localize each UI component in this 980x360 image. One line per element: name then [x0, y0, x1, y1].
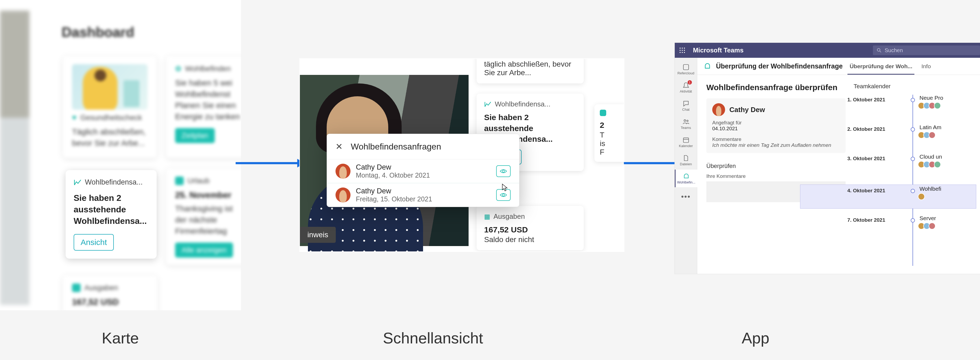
rail-wohlbefinden[interactable]: Wohlbefin...: [675, 170, 697, 187]
app-main: Wohlbefindensanfrage überprüfen Cathy De…: [697, 75, 980, 274]
request-name: Cathy Dew: [356, 163, 491, 171]
ansicht-button[interactable]: Ansicht: [74, 234, 114, 251]
app-icon: [704, 63, 711, 70]
svg-rect-20: [683, 138, 689, 142]
card-body: Thanksgiving ist der nächste Firmenfeier…: [175, 203, 241, 237]
cal-event[interactable]: Neue Pro: [920, 95, 976, 109]
view-button[interactable]: [496, 165, 511, 177]
app-header: Überprüfung der Wohlbefindensanfrage Übe…: [697, 58, 980, 75]
card-title: Wohlbefinden: [185, 65, 231, 73]
svg-point-14: [684, 52, 685, 53]
svg-point-11: [684, 50, 685, 51]
svg-point-7: [682, 48, 683, 49]
cal-event[interactable]: Cloud un: [920, 154, 976, 168]
cal-date: 4. Oktober 2021: [832, 188, 885, 193]
review-heading: Überprüfen: [706, 163, 846, 170]
avatar: [712, 103, 725, 116]
card-wohlbefinden[interactable]: ✿Wohlbefinden Sie haben 5 wei Wohlbefind…: [166, 56, 241, 158]
svg-point-13: [682, 52, 683, 53]
cal-event[interactable]: Wohlbefi: [920, 186, 976, 200]
chart-icon: [484, 101, 492, 107]
label-schnellansicht: Schnellansicht: [383, 329, 483, 347]
request-row[interactable]: Cathy Dew Montag, 4. Oktober 2021: [327, 159, 519, 183]
urlaub-date: 25. November: [175, 189, 241, 201]
search-placeholder: Suchen: [885, 48, 903, 54]
hint-pill: inweis: [300, 227, 336, 243]
money-icon: ▦: [484, 213, 490, 220]
card-ausgaben[interactable]: Ausgaben 167,52 USD: [63, 276, 157, 310]
comments-value: Ich möchte mir einen Tag Zeit zum Auflad…: [712, 142, 840, 148]
request-card: Cathy Dew Angefragt für 04.10.2021 Komme…: [706, 98, 846, 153]
zeitplan-button[interactable]: Zeitplan: [175, 128, 215, 143]
svg-point-3: [502, 194, 504, 196]
request-row[interactable]: Cathy Dew Freitag, 15. Oktober 2021: [327, 183, 519, 207]
cal-event[interactable]: Latin Am: [920, 124, 976, 138]
calendar-icon: [600, 109, 606, 116]
svg-point-2: [502, 170, 504, 172]
card-body: Täglich abschließen, bevor Sie zur Arbe.…: [72, 126, 148, 149]
cursor-icon: [501, 184, 508, 192]
stage-schnellansicht: inweis täglich abschließen, bevor Sie zu…: [300, 59, 624, 251]
ausgaben-value: 167,52 USD: [72, 297, 148, 308]
svg-point-8: [684, 48, 685, 49]
rail-aktivitaet[interactable]: 1Aktivität: [675, 79, 697, 96]
ausgaben-value: 167,52 USD: [484, 224, 576, 235]
card-body: Sie haben 2 ausstehende Wohlbefindensa..…: [74, 192, 149, 227]
alle-anzeigen-button[interactable]: Alle anzeigen: [175, 243, 233, 258]
karte-side-photo: [0, 11, 29, 305]
card-wohlbefindensanfragen-focused[interactable]: Wohlbefindensa... Sie haben 2 ausstehend…: [65, 170, 157, 259]
card-title: Gesundheitscheck: [80, 113, 142, 122]
search-input[interactable]: Suchen: [873, 46, 980, 55]
app-rail: Refercloud 1Aktivität Chat Teams Kalende…: [675, 58, 697, 274]
stage-karte: Dashboard ♥Gesundheitscheck Täglich absc…: [0, 0, 241, 310]
product-name: Microsoft Teams: [693, 46, 744, 54]
popup-title: Wohlbefindensanfragen: [351, 142, 441, 152]
svg-point-9: [679, 50, 681, 51]
tab-ueberpruefung[interactable]: Überprüfung der Woh...: [848, 63, 915, 75]
rail-kalender[interactable]: Kalender: [675, 133, 697, 151]
requester-name: Cathy Dew: [729, 106, 765, 114]
chart-icon: [74, 179, 82, 186]
card-complete-snippet: täglich abschließen, bevor Sie zur Arbe.…: [477, 59, 584, 84]
label-app: App: [742, 329, 769, 347]
rail-more[interactable]: •••: [675, 188, 697, 205]
rail-teams[interactable]: Teams: [675, 115, 697, 133]
requested-for-label: Angefragt für: [712, 120, 840, 126]
teams-titlebar: Microsoft Teams Suchen: [675, 43, 980, 58]
app-launcher-icon[interactable]: [675, 43, 690, 58]
rail-refercloud[interactable]: Refercloud: [675, 60, 697, 78]
label-karte: Karte: [102, 329, 139, 347]
card-title: Ausgaben: [84, 284, 118, 292]
tab-info[interactable]: Info: [919, 63, 933, 70]
card-urlaub[interactable]: Urlaub 25. November Thanksgiving ist der…: [166, 168, 241, 265]
arrow-karte-to-schnell: [235, 158, 305, 168]
avatar: [336, 164, 350, 179]
card-body: Sie haben 5 wei Wohlbefindenst Planen Si…: [175, 77, 241, 122]
main-heading: Wohlbefindensanfrage überprüfen: [706, 83, 846, 92]
your-comments-label: Ihre Kommentare: [706, 173, 846, 179]
ellipsis-icon: •••: [681, 192, 690, 201]
svg-point-6: [679, 48, 681, 49]
svg-point-12: [679, 52, 681, 53]
rail-chat[interactable]: Chat: [675, 97, 697, 114]
card-gesundheitscheck[interactable]: ♥Gesundheitscheck Täglich abschließen, b…: [63, 56, 157, 158]
rail-dateien[interactable]: Dateien: [675, 151, 697, 169]
card-title: Wohlbefindensa...: [85, 178, 143, 186]
cal-date: 2. Oktober 2021: [832, 126, 885, 132]
close-icon[interactable]: ✕: [336, 141, 343, 152]
card-title: Ausgaben: [493, 213, 525, 220]
svg-point-15: [877, 48, 880, 51]
popup-wohlbefindensanfragen: ✕ Wohlbefindensanfragen Cathy Dew Montag…: [327, 134, 519, 207]
svg-point-10: [682, 50, 683, 51]
cal-date: 1. Oktober 2021: [832, 97, 885, 103]
svg-point-18: [684, 119, 686, 121]
requested-for-value: 04.10.2021: [712, 126, 840, 132]
dashboard-title: Dashboard: [62, 24, 134, 40]
calendar-heading: Teamkalender: [854, 83, 971, 90]
activity-badge: 1: [687, 80, 692, 84]
cal-event[interactable]: Server: [920, 215, 976, 230]
request-name: Cathy Dew: [356, 187, 491, 195]
card-ausgaben[interactable]: ▦Ausgaben 167,52 USD Saldo der nicht: [477, 206, 584, 251]
comments-label: Kommentare: [712, 136, 840, 142]
eye-icon: [500, 192, 507, 198]
